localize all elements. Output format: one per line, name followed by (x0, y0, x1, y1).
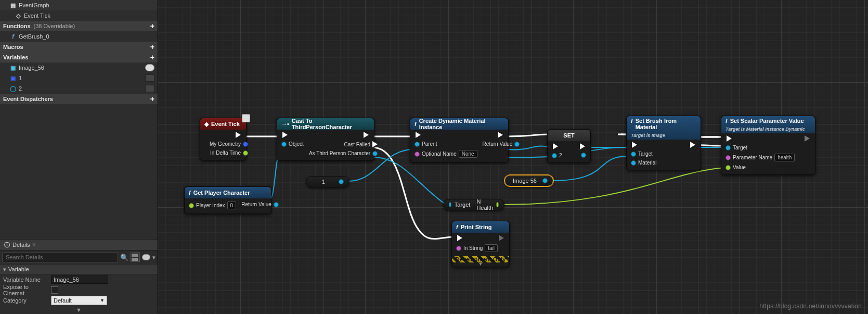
pin-target[interactable]: Target (726, 145, 795, 150)
prop-category-label: Category (3, 297, 51, 304)
exec-in-pin[interactable] (631, 142, 638, 148)
dropdown-arrow-icon[interactable]: ▾ (152, 254, 156, 261)
variables-category[interactable]: Variables + (0, 52, 158, 62)
node-set[interactable]: SET 2 (547, 129, 591, 163)
pin-parameter-name[interactable]: Parameter Namehealth (726, 154, 795, 161)
expose-checkbox[interactable] (51, 286, 58, 294)
prop-category: Category Default ▼ (0, 295, 158, 306)
exec-out-pin[interactable] (689, 142, 696, 148)
pin-cast-failed[interactable]: Cast Failed (309, 141, 378, 147)
pin-2-in[interactable]: 2 (552, 153, 562, 158)
pin-in-string[interactable]: In Stringfail (456, 244, 498, 252)
event-graph-canvas[interactable]: ◆ Event Tick My Geometry In Delta Time →… (158, 0, 868, 314)
pin-delta-time[interactable]: In Delta Time (210, 150, 248, 156)
functions-category[interactable]: Functions (38 Overridable) + (0, 21, 158, 31)
dispatchers-category[interactable]: Event Dispatchers + (0, 94, 158, 104)
graph-event-label: Event Tick (24, 12, 50, 19)
pin-my-geometry[interactable]: My Geometry (210, 141, 248, 147)
node-title: fSet Scalar Parameter Value Target is Ma… (721, 116, 815, 133)
add-dispatcher-icon[interactable]: + (150, 95, 154, 103)
object-var-icon: ▣ (9, 64, 17, 71)
pin-2-out[interactable] (581, 153, 586, 158)
optional-name-input[interactable]: None (459, 150, 477, 158)
param-name-input[interactable]: health (774, 154, 795, 161)
pin-value[interactable]: Value (726, 165, 795, 170)
pin-return-value[interactable]: Return Value (241, 202, 279, 207)
node-subtitle: Target is Material Instance Dynamic (726, 127, 805, 132)
details-icon: ⓘ (3, 241, 10, 248)
search-icon[interactable]: 🔍 (120, 254, 128, 261)
exec-out-pin[interactable] (579, 143, 586, 149)
variable-chip-1[interactable]: 1 (306, 176, 349, 187)
variable-1[interactable]: ▣ 1 (0, 73, 158, 83)
node-title: f Create Dynamic Material Instance (410, 118, 508, 130)
graph-root[interactable]: ▦ EventGraph (0, 0, 158, 10)
variable-section-header[interactable]: ▾ Variable (0, 264, 158, 274)
functions-sub: (38 Overridable) (34, 23, 75, 29)
exec-in-pin[interactable] (726, 135, 733, 142)
node-set-scalar[interactable]: fSet Scalar Parameter Value Target is Ma… (721, 116, 815, 175)
variable-chip-image56[interactable]: Image 56 (504, 175, 553, 186)
details-search-input[interactable] (2, 252, 118, 262)
exec-out-pin[interactable] (235, 132, 242, 138)
variable-name-input[interactable] (51, 275, 108, 284)
node-get-player-character[interactable]: f Get Player Character Player Index0 Ret… (184, 186, 271, 214)
matrix-view-icon[interactable] (131, 253, 140, 262)
node-cast-thirdperson[interactable]: →• Cast To ThirdPersonCharacter Object C… (277, 118, 374, 161)
graph-event-item[interactable]: ◇ Event Tick (0, 10, 158, 21)
pin-object[interactable]: Object (281, 141, 304, 147)
visibility-slot[interactable] (145, 74, 154, 82)
category-combobox[interactable]: Default ▼ (51, 296, 107, 305)
function-f-icon: f (189, 190, 191, 196)
exec-in-pin[interactable] (456, 235, 463, 241)
chip-out-port[interactable] (339, 179, 344, 184)
exec-out-pin[interactable] (804, 135, 811, 142)
visibility-slot[interactable] (145, 85, 154, 92)
node-subtitle: Target is Image (631, 133, 665, 138)
object-var-icon: ◯ (9, 85, 17, 92)
pin-optional-name[interactable]: Optional NameNone (414, 150, 477, 158)
exec-out-pin[interactable] (497, 132, 504, 138)
exec-out-pin[interactable] (498, 235, 505, 241)
pin-material[interactable]: Material (631, 160, 657, 166)
exec-in-pin[interactable] (414, 132, 422, 138)
advanced-expand-icon[interactable]: ▼ (0, 306, 158, 314)
watermark-text: https://blog.csdn.net/innovvvvvation (759, 303, 862, 310)
node-create-dmi[interactable]: f Create Dynamic Material Instance Paren… (410, 118, 509, 162)
visibility-eye-icon[interactable] (145, 64, 154, 71)
exec-in-pin[interactable] (552, 143, 559, 149)
function-f-icon: f (414, 121, 417, 127)
add-macro-icon[interactable]: + (150, 43, 154, 51)
player-index-input[interactable]: 0 (227, 202, 237, 209)
exec-out-pin[interactable] (362, 132, 370, 138)
node-event-tick[interactable]: ◆ Event Tick My Geometry In Delta Time (200, 118, 247, 160)
pin-as-character[interactable]: As Third Person Character (309, 150, 378, 156)
graph-icon: ▦ (9, 2, 17, 9)
macros-category[interactable]: Macros + (0, 42, 158, 52)
pin-target[interactable]: Target (631, 151, 657, 157)
collapse-arrow-icon: ▾ (3, 266, 6, 273)
eye-icon[interactable] (142, 254, 150, 260)
add-variable-icon[interactable]: + (150, 53, 154, 61)
variable-2[interactable]: ◯ 2 (0, 83, 158, 94)
node-set-brush[interactable]: fSet Brush from Material Target is Image… (626, 116, 701, 170)
prop-variable-name: Variable Name (0, 274, 158, 285)
in-string-input[interactable]: fail (485, 244, 498, 252)
add-function-icon[interactable]: + (150, 22, 154, 30)
variable-section-label: Variable (8, 266, 29, 272)
pin-return-value[interactable]: Return Value (483, 141, 520, 147)
pin-parent[interactable]: Parent (414, 141, 477, 147)
function-item[interactable]: f GetBrush_0 (0, 31, 158, 42)
node-title: →• Cast To ThirdPersonCharacter (277, 118, 374, 130)
chip-in-port[interactable] (449, 202, 451, 207)
pin-player-index[interactable]: Player Index0 (189, 202, 236, 209)
exec-in-pin[interactable] (281, 132, 289, 138)
object-var-icon: ▣ (9, 74, 17, 82)
details-close-icon[interactable]: × (32, 241, 36, 248)
chip-out-port[interactable] (542, 178, 548, 183)
variable-image56[interactable]: ▣ Image_56 (0, 62, 158, 73)
chip-out-port[interactable] (496, 202, 499, 207)
node-title: f Get Player Character (185, 187, 271, 198)
node-print-string[interactable]: f Print String In Stringfail Development… (451, 221, 510, 267)
variable-chip-nhealth[interactable]: Target N Health (443, 199, 504, 210)
